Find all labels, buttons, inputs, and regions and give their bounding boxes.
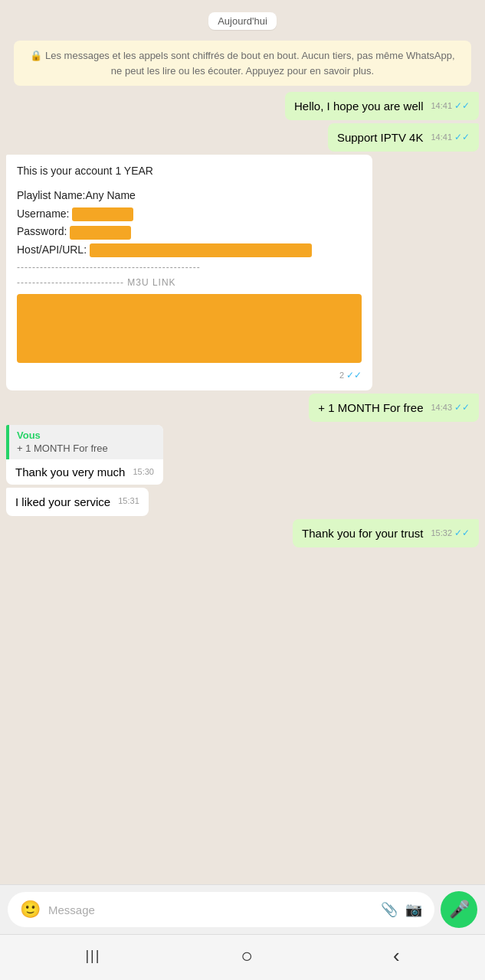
message-month-free: + 1 MONTH For free 14:43 ✓✓	[309, 394, 479, 422]
camera-icon[interactable]: 📷	[405, 901, 422, 918]
bubble: Thank you for your trust 15:32 ✓✓	[293, 519, 479, 547]
double-check-icon: ✓✓	[454, 131, 470, 144]
double-check-icon: ✓✓	[454, 401, 470, 414]
nav-bar: ||| ○ ‹	[0, 934, 485, 980]
input-bar: 🙂 Message 📎 📷 🎤	[0, 884, 485, 934]
quote-content: Vous + 1 MONTH For free	[17, 430, 108, 455]
double-check-icon: ✓✓	[454, 527, 470, 540]
bubble-text: I liked your service	[15, 495, 110, 508]
message-count: 2	[339, 368, 344, 383]
account-line4: Password:	[17, 223, 362, 241]
message-liked-service: I liked your service 15:31	[6, 488, 149, 516]
bubble-meta: 14:41 ✓✓	[431, 131, 470, 144]
bubble: + 1 MONTH For free 14:43 ✓✓	[309, 394, 479, 422]
message-time: 14:41	[431, 132, 452, 143]
message-support-iptv: Support IPTV 4K 14:41 ✓✓	[328, 123, 479, 152]
nav-back-icon[interactable]: ‹	[393, 944, 400, 968]
bubble-meta: 14:41 ✓✓	[431, 100, 470, 113]
bubble-text: Thank you for your trust	[302, 527, 423, 540]
message-account-info: This is your account 1 YEAR Playlist Nam…	[6, 155, 372, 390]
quote-text: + 1 MONTH For free	[17, 443, 108, 454]
double-check-icon: ✓✓	[346, 368, 362, 383]
message-input-container[interactable]: 🙂 Message 📎 📷	[8, 892, 434, 927]
account-line2: Playlist Name:Any Name	[17, 187, 362, 205]
bubble-meta: 2 ✓✓	[339, 368, 362, 383]
bubble-text: Support IPTV 4K	[337, 131, 424, 144]
bubble-meta: 15:30	[133, 467, 154, 476]
account-line3: Username:	[17, 205, 362, 224]
quote-bar: Vous + 1 MONTH For free	[6, 425, 163, 459]
nav-menu-icon[interactable]: |||	[85, 948, 100, 964]
message-hello: Hello, I hope you are well 14:41 ✓✓	[285, 92, 479, 120]
account-line1: This is your account 1 YEAR	[17, 162, 362, 181]
message-time: 14:43	[431, 402, 452, 413]
date-label: Aujourd'hui	[208, 12, 277, 30]
message-thank-trust: Thank you for your trust 15:32 ✓✓	[293, 519, 479, 547]
bubble-meta: 15:32 ✓✓	[431, 527, 470, 540]
emoji-icon[interactable]: 🙂	[20, 900, 41, 920]
chat-area: Aujourd'hui 🔒 Les messages et les appels…	[0, 0, 485, 884]
account-line5: Host/API/URL:	[17, 241, 362, 260]
bubble-group: Vous + 1 MONTH For free Thank you very m…	[6, 425, 163, 485]
bubble-text: Thank you very much	[15, 466, 125, 479]
message-thank-you: Vous + 1 MONTH For free Thank you very m…	[6, 425, 163, 485]
redacted-password	[70, 226, 131, 240]
redacted-m3u	[17, 294, 362, 363]
attachment-icon[interactable]: 📎	[381, 901, 398, 918]
bubble-text: + 1 MONTH For free	[318, 401, 423, 414]
message-input[interactable]: Message	[48, 903, 373, 916]
mic-icon: 🎤	[449, 900, 470, 920]
dashes2: ---------------------------- M3U LINK	[17, 275, 362, 290]
bubble-meta: 14:43 ✓✓	[431, 401, 470, 414]
bubble-text: Hello, I hope you are well	[294, 100, 423, 113]
message-time: 15:31	[118, 495, 139, 507]
account-bubble: This is your account 1 YEAR Playlist Nam…	[6, 155, 372, 390]
bubble: I liked your service 15:31	[6, 488, 149, 516]
double-check-icon: ✓✓	[454, 100, 470, 113]
redacted-host	[90, 243, 312, 257]
mic-button[interactable]: 🎤	[441, 891, 477, 928]
dashes1: ----------------------------------------…	[17, 260, 362, 275]
message-time: 15:30	[133, 467, 154, 476]
bubble-meta: 15:31	[118, 495, 139, 507]
encryption-notice[interactable]: 🔒 Les messages et les appels sont chiffr…	[14, 41, 471, 86]
redacted-username	[72, 207, 133, 221]
bubble: Support IPTV 4K 14:41 ✓✓	[328, 123, 479, 152]
message-time: 14:41	[431, 100, 452, 112]
bubble: Hello, I hope you are well 14:41 ✓✓	[285, 92, 479, 120]
message-time: 15:32	[431, 528, 452, 539]
nav-home-icon[interactable]: ○	[241, 944, 253, 968]
quote-author: Vous	[17, 430, 108, 441]
bubble-body: Thank you very much 15:30	[6, 459, 163, 485]
